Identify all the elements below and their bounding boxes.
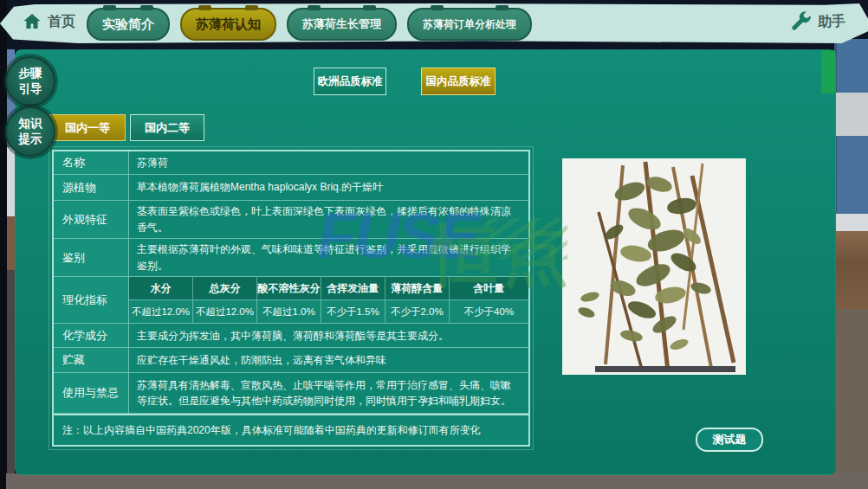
table-row-usage-contraindications: 使用与禁忌 苏薄荷具有清热解毒、宣散风热、止咳平喘等作用，常用于治疗感冒、头痛、… <box>54 373 528 414</box>
tab-domestic-grade-2[interactable]: 国内二等 <box>130 114 204 141</box>
table-row-appearance: 外观特征 茎表面呈紫棕色或绿色，叶上表面深绿色下表面灰绿色，揉搓后有浓郁的特殊清… <box>54 201 528 239</box>
scene-right-floor <box>834 309 868 489</box>
row-value: 应贮存在干燥通风处，防潮防虫，远离有害气体和异味 <box>129 348 528 372</box>
step-guide-label: 步骤引导 <box>17 66 43 97</box>
row-value: 草本植物薄荷属植物Mentha haplocalyx Briq.的干燥叶 <box>129 175 528 200</box>
tab-sumint-cognition[interactable]: 苏薄荷认知 <box>180 8 276 41</box>
table-row-physicochemical: 理化指标 水分 总灰分 酸不溶性灰分 含挥发油量 薄荷醇含量 含叶量 不超过12… <box>54 277 528 324</box>
scene-bottom-floor <box>6 473 868 489</box>
home-button[interactable]: 首页 <box>21 11 75 32</box>
quality-info-table: 名称 苏薄荷 源植物 草本植物薄荷属植物Mentha haplocalyx Br… <box>52 150 530 447</box>
phys-header: 总灰分 <box>192 277 256 299</box>
assistant-button[interactable]: 助手 <box>790 11 845 32</box>
row-label: 外观特征 <box>54 201 129 238</box>
phys-value: 不超过12.0% <box>129 299 192 323</box>
tab-sumint-order-analysis[interactable]: 苏薄荷订单分析处理 <box>407 8 532 41</box>
phys-header: 含挥发油量 <box>321 277 385 299</box>
tab-label: 实验简介 <box>102 16 154 33</box>
tab-label: 国内一等 <box>65 120 110 136</box>
phys-header: 薄荷醇含量 <box>385 277 449 299</box>
phys-value: 不超过12.0% <box>192 299 256 323</box>
tab-label: 苏薄荷生长管理 <box>302 16 381 32</box>
assistant-label: 助手 <box>818 13 845 31</box>
knowledge-tips-button[interactable]: 知识提示 <box>5 106 55 157</box>
scene-right-wood-ledge <box>834 231 868 309</box>
scene-right-window-bottom <box>834 136 868 214</box>
phys-header-row: 水分 总灰分 酸不溶性灰分 含挥发油量 薄荷醇含量 含叶量 <box>129 277 528 299</box>
physicochemical-grid: 水分 总灰分 酸不溶性灰分 含挥发油量 薄荷醇含量 含叶量 不超过12.0% 不… <box>129 277 528 323</box>
row-value: 茎表面呈紫棕色或绿色，叶上表面深绿色下表面灰绿色，揉搓后有浓郁的特殊清凉香气。 <box>129 201 528 238</box>
app-window: 首页 实验简介 苏薄荷认知 苏薄荷生长管理 苏薄荷订单分析处理 助手 步骤引导 … <box>0 0 868 489</box>
scene-left-panel <box>7 147 15 216</box>
table-row-name: 名称 苏薄荷 <box>54 151 528 175</box>
wrench-icon <box>790 11 813 32</box>
tab-label: 国内二等 <box>145 120 190 136</box>
scene-left-floor <box>7 270 15 489</box>
row-label: 理化指标 <box>54 277 129 323</box>
scene-plant-glimpse <box>821 50 835 93</box>
home-label: 首页 <box>48 13 75 31</box>
row-label: 鉴别 <box>54 239 129 276</box>
phys-header: 酸不溶性灰分 <box>256 277 321 299</box>
tab-sumint-growth[interactable]: 苏薄荷生长管理 <box>287 8 397 41</box>
row-label: 名称 <box>54 151 129 174</box>
row-value: 苏薄荷 <box>129 151 528 174</box>
scene-right-wall-band <box>834 93 868 136</box>
tab-experiment-intro[interactable]: 实验简介 <box>87 8 170 41</box>
phys-value-row: 不超过12.0% 不超过12.0% 不超过1.0% 不少于1.5% 不少于2.0… <box>129 299 528 323</box>
phys-value: 不少于1.5% <box>321 299 385 323</box>
knowledge-tips-label: 知识提示 <box>17 116 43 147</box>
tab-domestic-standard[interactable]: 国内品质标准 <box>421 68 496 95</box>
tab-label: 苏薄荷认知 <box>196 16 261 33</box>
tab-domestic-grade-1[interactable]: 国内一等 <box>49 114 126 141</box>
row-label: 化学成分 <box>54 324 129 347</box>
tab-label: 欧洲品质标准 <box>318 74 383 89</box>
phys-value: 不少于40% <box>449 299 528 323</box>
tab-european-standard[interactable]: 欧洲品质标准 <box>314 68 386 95</box>
row-value: 主要成分为挥发油，其中薄荷脑、薄荷醇和薄荷酯等是其主要成分。 <box>129 324 528 347</box>
row-label: 使用与禁忌 <box>54 373 129 413</box>
main-nav: 实验简介 苏薄荷认知 苏薄荷生长管理 苏薄荷订单分析处理 <box>87 8 532 41</box>
table-row-identification: 鉴别 主要根据苏薄荷叶的外观、气味和味道等特征进行鉴别，并采用显微镜进行组织学鉴… <box>54 239 528 277</box>
phys-header: 含叶量 <box>449 277 528 299</box>
scene-left-shelf <box>7 216 15 270</box>
scene-right-window-top <box>834 39 868 93</box>
scene-right-sill <box>834 214 868 231</box>
tab-label: 国内品质标准 <box>426 74 491 89</box>
phys-value: 不超过1.0% <box>256 299 321 323</box>
phys-header: 水分 <box>129 277 192 299</box>
test-questions-button[interactable]: 测试题 <box>696 428 763 452</box>
home-icon <box>21 11 43 32</box>
phys-value: 不少于2.0% <box>385 299 449 323</box>
row-value: 主要根据苏薄荷叶的外观、气味和味道等特征进行鉴别，并采用显微镜进行组织学鉴别。 <box>129 239 528 276</box>
row-label: 贮藏 <box>54 348 129 372</box>
table-row-source-plant: 源植物 草本植物薄荷属植物Mentha haplocalyx Briq.的干燥叶 <box>54 175 528 201</box>
table-note: 注：以上内容摘自中国药典2020年版，具体标准可能随着中国药典的更新和修订而有所… <box>54 414 528 445</box>
tab-label: 苏薄荷订单分析处理 <box>423 17 516 32</box>
test-questions-label: 测试题 <box>713 432 747 447</box>
dried-mint-photo <box>562 158 746 375</box>
table-row-storage: 贮藏 应贮存在干燥通风处，防潮防虫，远离有害气体和异味 <box>54 348 528 373</box>
dried-mint-illustration <box>562 158 746 375</box>
step-guide-button[interactable]: 步骤引导 <box>5 56 55 106</box>
row-value: 苏薄荷具有清热解毒、宣散风热、止咳平喘等作用，常用于治疗感冒、头痛、咳嗽等症状。… <box>129 373 528 413</box>
table-row-chemical-components: 化学成分 主要成分为挥发油，其中薄荷脑、薄荷醇和薄荷酯等是其主要成分。 <box>54 324 528 348</box>
row-label: 源植物 <box>54 175 129 200</box>
